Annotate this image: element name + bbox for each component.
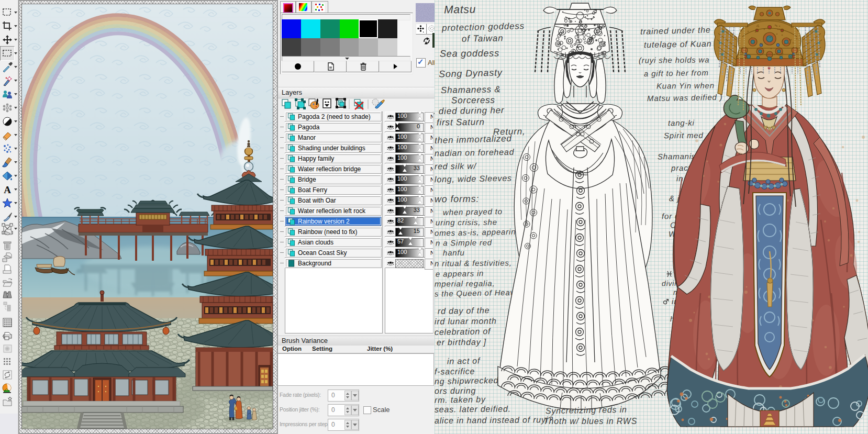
svg-text:A: A [4, 184, 11, 195]
